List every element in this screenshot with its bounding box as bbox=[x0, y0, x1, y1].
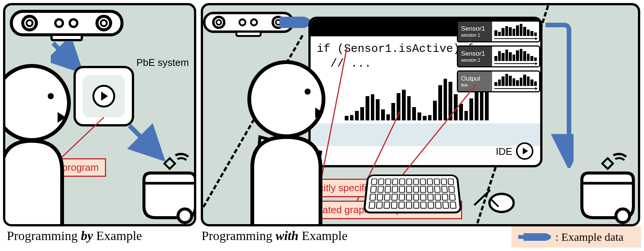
svg-point-30 bbox=[249, 62, 324, 136]
svg-point-13 bbox=[178, 209, 192, 223]
play-icon bbox=[92, 85, 115, 108]
svg-rect-7 bbox=[52, 35, 82, 40]
robot-icon bbox=[139, 152, 196, 224]
svg-point-14 bbox=[3, 66, 69, 140]
svg-rect-11 bbox=[164, 158, 175, 169]
caption-right: Programming with Example bbox=[202, 229, 347, 243]
depth-sensor-icon bbox=[10, 10, 123, 44]
svg-point-34 bbox=[616, 209, 630, 223]
arrow-sensor-to-ide bbox=[278, 17, 312, 28]
caption-right-suffix: Example bbox=[299, 229, 347, 243]
panel-programming-with-example: if (Sensor1.isActive) { // ... IDE Senso… bbox=[201, 3, 640, 226]
person-icon bbox=[3, 61, 77, 226]
panel-programming-by-example: PbE system Inferred program bbox=[3, 3, 196, 226]
caption-right-em: with bbox=[275, 229, 298, 243]
svg-point-28 bbox=[489, 194, 514, 212]
mouse-icon bbox=[472, 186, 517, 217]
arrow-ide-to-robot bbox=[543, 20, 574, 168]
legend-arrow-icon bbox=[517, 233, 551, 241]
caption-left-em: by bbox=[81, 229, 93, 243]
svg-point-5 bbox=[97, 16, 111, 30]
svg-point-31 bbox=[305, 89, 311, 95]
keyboard-icon bbox=[363, 175, 462, 214]
legend: : Example data bbox=[511, 226, 641, 248]
svg-rect-32 bbox=[602, 158, 613, 169]
svg-line-9 bbox=[130, 126, 159, 155]
pbe-system-inner bbox=[83, 75, 125, 117]
svg-point-17 bbox=[213, 17, 224, 28]
caption-right-prefix: Programming bbox=[202, 229, 275, 243]
caption-left: Programming by Example bbox=[7, 229, 142, 243]
ide-play-button[interactable] bbox=[516, 142, 533, 160]
legend-text: : Example data bbox=[555, 231, 624, 243]
svg-rect-23 bbox=[236, 32, 261, 36]
caption-left-prefix: Programming bbox=[7, 229, 81, 243]
robot-icon bbox=[577, 152, 638, 224]
svg-point-15 bbox=[48, 93, 54, 99]
svg-point-1 bbox=[23, 16, 36, 30]
person-icon bbox=[241, 58, 339, 224]
pbe-label: PbE system bbox=[136, 57, 189, 69]
diagram-root: PbE system Inferred program bbox=[0, 0, 644, 251]
caption-left-suffix: Example bbox=[93, 229, 142, 243]
